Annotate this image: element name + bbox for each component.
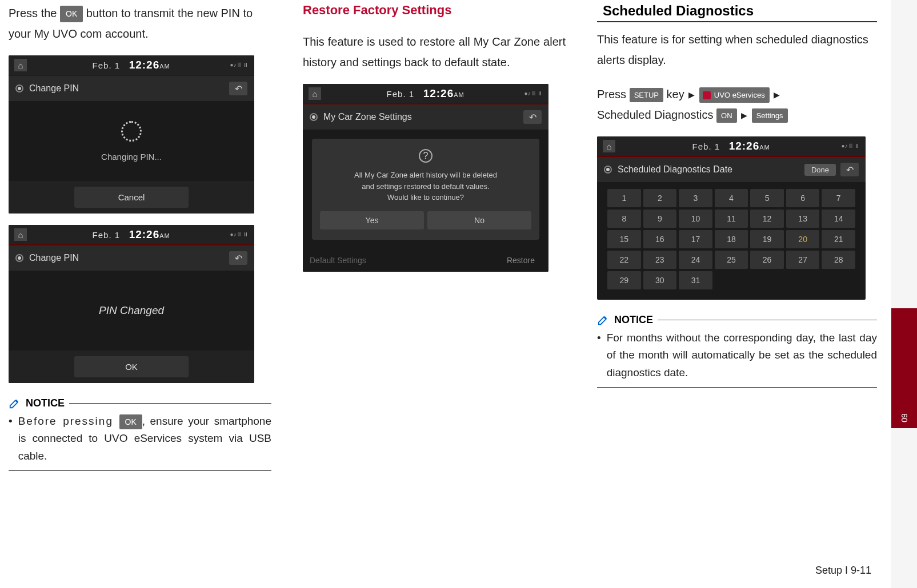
calendar-day [715, 271, 748, 289]
ok-button: OK [74, 356, 189, 377]
ss-footer: Cancel [9, 181, 254, 214]
ss-ampm: AM [454, 91, 464, 98]
ss-ampm: AM [159, 232, 170, 239]
home-icon: ⌂ [14, 228, 27, 241]
notice-text: For months without the corresponding day… [607, 329, 877, 381]
ss-title: My Car Zone Settings [323, 112, 523, 122]
screenshot-calendar: ⌂ Feb. 1 12:26AM ●♪ ꔖ ⏸ Scheduled Diagno… [597, 136, 866, 300]
notice-list: For months without the corresponding day… [597, 329, 877, 381]
ss-header: Change PIN ↶ [9, 245, 254, 271]
status-icons: ●♪ ꔖ ⏸ [230, 231, 249, 238]
cancel-button: Cancel [74, 187, 189, 208]
ss-date: Feb. 1 12:26AM [327, 87, 524, 100]
modal-line1: All My Car Zone alert history will be de… [354, 171, 497, 179]
calendar-day: 15 [607, 230, 641, 248]
calendar-day: 16 [643, 230, 677, 248]
calendar-day: 8 [607, 210, 641, 228]
ss-body: Changing PIN... [9, 101, 254, 181]
screenshot-pin-changed: ⌂ Feb. 1 12:26AM ●♪ ꔖ ⏸ Change PIN ↶ PIN… [9, 225, 254, 383]
calendar-day: 24 [679, 251, 712, 269]
ss-header: Scheduled Diagnostics Date Done ↶ [597, 157, 866, 182]
home-icon: ⌂ [14, 59, 27, 71]
page-content: Press the OK button to transmit the new … [0, 0, 917, 471]
calendar-day: 10 [679, 210, 712, 228]
col2-body: This feature is used to restore all My C… [303, 31, 566, 73]
calendar-day: 22 [607, 251, 641, 269]
ss-header: Change PIN ↶ [9, 76, 254, 101]
calendar-day: 28 [822, 251, 855, 269]
side-tab: 09 [891, 0, 917, 588]
calendar-day: 11 [715, 210, 748, 228]
ss-body: PIN Changed [9, 271, 254, 351]
step-p1: Press [597, 88, 630, 100]
ss-title: Change PIN [29, 83, 229, 94]
ss-body-text: PIN Changed [99, 304, 164, 317]
column-3: Scheduled Diagnostics This feature is fo… [597, 3, 877, 471]
notice-end-rule [597, 387, 877, 388]
modal-line2: and settings restored to default values. [362, 182, 489, 191]
yes-button: Yes [320, 211, 424, 229]
calendar-day: 5 [750, 189, 784, 207]
modal-line3: Would like to continue? [387, 193, 464, 202]
restore-button: Restore [500, 253, 542, 267]
ss-title: Change PIN [29, 253, 229, 263]
ss-date: Feb. 1 12:26AM [621, 140, 841, 152]
calendar-day: 13 [786, 210, 820, 228]
calendar-day: 6 [786, 189, 820, 207]
notice-rule [69, 403, 271, 404]
notice-list: Before pressing OK, ensure your smartpho… [9, 413, 271, 465]
col3-body: This feature is for setting when schedul… [597, 29, 877, 70]
ss-topbar: ⌂ Feb. 1 12:26AM ●♪ ꔖ ⏸ [597, 136, 866, 156]
ss-time: 12:26 [129, 59, 160, 71]
notice-head: NOTICE [597, 313, 877, 326]
step-p3: Scheduled Diagnostics [597, 108, 716, 121]
status-icons: ●♪ ꔖ ⏸ [230, 62, 249, 69]
ss-time: 12:26 [423, 87, 454, 99]
ss-date-text: Feb. 1 [692, 142, 720, 151]
calendar-day [786, 271, 820, 289]
status-icons: ●♪ ꔖ ⏸ [524, 90, 543, 97]
settings-button: Settings [752, 108, 788, 123]
no-button: No [427, 211, 531, 229]
calendar-day: 29 [607, 271, 641, 289]
calendar-day [750, 271, 784, 289]
ss-date: Feb. 1 12:26AM [33, 59, 230, 71]
ss-bottom-row: Default Settings Restore [303, 249, 548, 272]
side-tab-number: 09 [900, 413, 909, 422]
radio-icon [15, 84, 23, 92]
col1-intro: Press the OK button to transmit the new … [9, 3, 271, 44]
default-settings-label: Default Settings [310, 256, 500, 265]
notice-end-rule [9, 470, 271, 471]
calendar-day [822, 271, 855, 289]
calendar-day: 4 [715, 189, 748, 207]
back-icon: ↶ [523, 110, 542, 124]
notice-box-1: NOTICE Before pressing OK, ensure your s… [9, 397, 271, 471]
notice-label: NOTICE [26, 397, 65, 409]
notice-item: For months without the corresponding day… [597, 329, 877, 381]
calendar-day: 26 [750, 251, 784, 269]
calendar-day: 12 [750, 210, 784, 228]
calendar-day: 21 [822, 230, 855, 248]
screenshot-restore-dialog: ⌂ Feb. 1 12:26AM ●♪ ꔖ ⏸ My Car Zone Sett… [303, 84, 548, 272]
notice-label: NOTICE [614, 314, 653, 326]
side-tab-red: 09 [891, 308, 917, 428]
notice-item: Before pressing OK, ensure your smartpho… [9, 413, 271, 465]
back-icon: ↶ [229, 82, 247, 95]
radio-icon [310, 113, 318, 121]
calendar-day: 17 [679, 230, 712, 248]
ok-button-inline: OK [60, 6, 83, 22]
ss-footer: OK [9, 351, 254, 383]
heading-scheduled-diagnostics: Scheduled Diagnostics [597, 3, 877, 22]
heading-restore-factory: Restore Factory Settings [303, 3, 566, 18]
calendar-day: 27 [786, 251, 820, 269]
page-number: Setup I 9-11 [815, 565, 871, 577]
arrow-icon: ▶ [688, 88, 695, 102]
notice-box-2: NOTICE For months without the correspond… [597, 313, 877, 388]
col3-steps: Press SETUP key ▶ UVO eServices ▶ Schedu… [597, 84, 877, 125]
ss-ampm: AM [159, 63, 170, 70]
calendar-day: 19 [750, 230, 784, 248]
status-icons: ●♪ ꔖ ⏸ [841, 143, 860, 150]
confirm-modal: ? All My Car Zone alert history will be … [312, 139, 539, 240]
calendar-day: 2 [643, 189, 677, 207]
calendar-day: 3 [679, 189, 712, 207]
